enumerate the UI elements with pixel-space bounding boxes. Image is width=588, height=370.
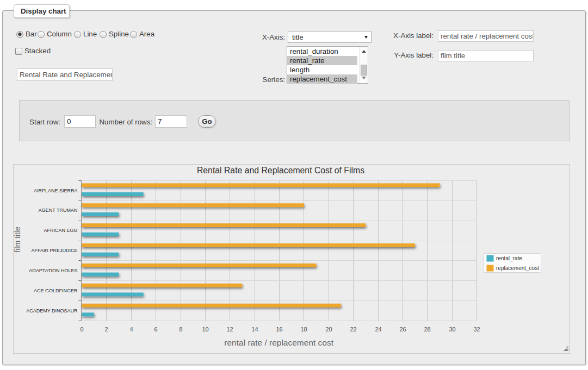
svg-text:8: 8 [179, 326, 182, 333]
svg-text:12: 12 [226, 326, 233, 333]
svg-text:10: 10 [202, 326, 208, 333]
svg-text:ACE GOLDFINGER: ACE GOLDFINGER [34, 288, 78, 293]
svg-text:replacement_cost: replacement_cost [496, 265, 539, 271]
svg-text:32: 32 [473, 326, 480, 333]
svg-text:AIRPLANE SIERRA: AIRPLANE SIERRA [34, 188, 78, 193]
svg-text:30: 30 [449, 326, 455, 333]
svg-text:26: 26 [399, 326, 406, 333]
svg-text:6: 6 [154, 326, 157, 333]
svg-text:AGENT TRUMAN: AGENT TRUMAN [39, 208, 78, 213]
svg-text:film title: film title [14, 227, 22, 253]
svg-text:AFRICAN EGG: AFRICAN EGG [44, 228, 77, 233]
svg-text:rental rate / replacement cost: rental rate / replacement cost [224, 338, 333, 347]
svg-text:18: 18 [300, 326, 307, 333]
svg-text:rental_rate: rental_rate [496, 255, 522, 261]
svg-text:0: 0 [80, 326, 83, 333]
svg-text:AFFAIR PREJUDICE: AFFAIR PREJUDICE [31, 248, 77, 253]
svg-text:14: 14 [251, 326, 258, 333]
svg-text:2: 2 [104, 326, 108, 333]
svg-text:28: 28 [424, 326, 430, 333]
svg-text:24: 24 [375, 326, 381, 333]
svg-text:ADAPTATION HOLES: ADAPTATION HOLES [29, 268, 77, 273]
svg-text:16: 16 [276, 326, 282, 333]
svg-text:20: 20 [325, 326, 332, 333]
svg-text:Rental Rate and Replacement Co: Rental Rate and Replacement Cost of Film… [197, 166, 364, 175]
svg-text:ACADEMY DINOSAUR: ACADEMY DINOSAUR [26, 308, 78, 313]
svg-text:4: 4 [129, 326, 133, 333]
svg-text:22: 22 [350, 326, 356, 333]
